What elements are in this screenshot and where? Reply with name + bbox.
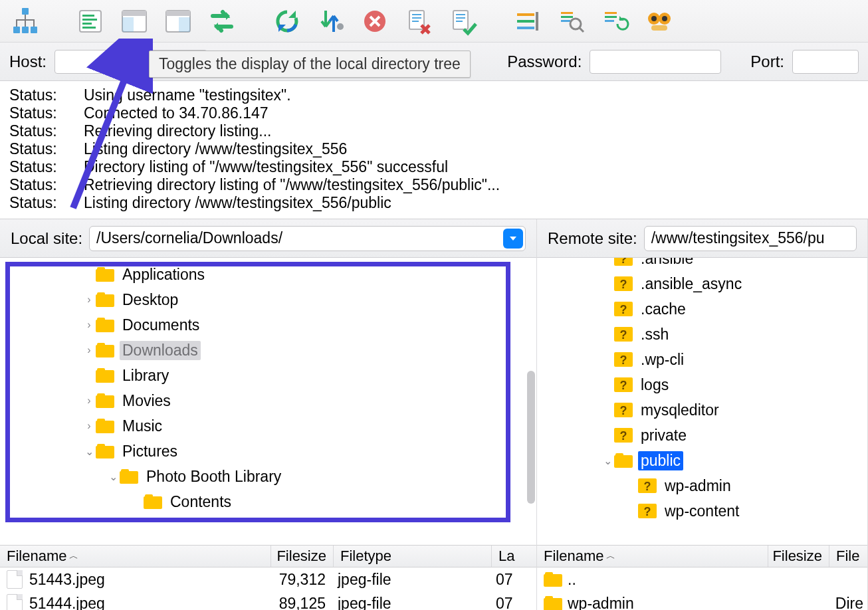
tree-item[interactable]: Library	[0, 363, 536, 388]
expander-icon[interactable]: ⌄	[106, 470, 120, 483]
remote-tree[interactable]: .ansible.ansible_async.cache.ssh.wp-clil…	[537, 258, 867, 545]
tree-item[interactable]: private	[537, 423, 867, 448]
file-extra: Dire	[767, 595, 867, 611]
folder-icon	[120, 469, 138, 484]
col-filesize[interactable]: Filesize	[772, 548, 822, 565]
tree-item[interactable]: mysqleditor	[537, 397, 867, 423]
tree-item[interactable]: ›Desktop	[0, 287, 536, 312]
sort-asc-icon: ︿	[606, 550, 615, 562]
col-filesize[interactable]: Filesize	[276, 548, 326, 565]
col-lastmod[interactable]: La	[498, 548, 514, 565]
file-row[interactable]: wp-admin Dire	[537, 591, 867, 610]
local-file-list[interactable]: 51443.jpeg 79,312 jpeg-file 07 51444.jpe…	[0, 567, 536, 610]
file-row[interactable]: 51443.jpeg 79,312 jpeg-file 07	[0, 567, 536, 591]
tree-item[interactable]: ⌄public	[537, 448, 867, 473]
tree-item[interactable]: Applications	[0, 262, 536, 287]
svg-rect-25	[517, 13, 534, 16]
filter-icon[interactable]	[512, 5, 544, 37]
tree-item[interactable]: .wp-cli	[537, 347, 867, 372]
tree-item[interactable]: logs	[537, 372, 867, 397]
tree-label: Applications	[120, 265, 207, 284]
local-path-input[interactable]	[89, 226, 526, 251]
toggle-local-tree-icon[interactable]	[118, 5, 150, 37]
svg-rect-10	[122, 11, 146, 16]
svg-rect-18	[412, 14, 421, 15]
search-icon[interactable]	[556, 5, 588, 37]
sync-icon[interactable]	[599, 5, 631, 37]
toggle-transfer-queue-icon[interactable]	[206, 5, 238, 37]
svg-rect-4	[80, 11, 101, 32]
expander-icon[interactable]: ›	[82, 294, 96, 306]
svg-rect-2	[22, 27, 29, 33]
process-queue-icon[interactable]	[315, 5, 347, 37]
tree-item[interactable]: .ssh	[537, 322, 867, 347]
tree-item[interactable]: wp-admin	[537, 473, 867, 498]
tree-item[interactable]: .ansible	[537, 258, 867, 271]
svg-rect-0	[22, 8, 29, 15]
col-filename[interactable]: Filename	[544, 548, 603, 565]
toggle-message-log-icon[interactable]	[74, 5, 106, 37]
tree-item[interactable]: ›Downloads	[0, 338, 536, 363]
port-input[interactable]	[792, 50, 859, 74]
tree-item[interactable]: ⌄Pictures	[0, 439, 536, 464]
tree-label: Library	[120, 366, 171, 385]
expander-icon[interactable]: ›	[82, 395, 96, 407]
unknown-folder-icon	[638, 478, 657, 493]
file-type: jpeg-file	[331, 571, 489, 589]
log-label: Status:	[9, 104, 84, 122]
tree-label: Contents	[167, 492, 234, 512]
host-label: Host:	[9, 52, 47, 71]
tree-label: .ansible_async	[638, 274, 744, 294]
svg-rect-34	[605, 16, 617, 18]
folder-icon	[96, 292, 114, 307]
remote-path-input[interactable]	[644, 226, 857, 251]
tree-label: .wp-cli	[638, 350, 687, 369]
tree-label: mysqleditor	[638, 401, 722, 420]
expander-icon[interactable]: ›	[82, 344, 96, 356]
local-site-bar: Local site:	[0, 219, 536, 258]
password-input[interactable]	[590, 50, 721, 74]
file-icon	[7, 570, 23, 589]
file-row[interactable]: ..	[537, 567, 867, 591]
unknown-folder-icon	[614, 258, 633, 266]
refresh-icon[interactable]	[271, 5, 303, 37]
expander-icon[interactable]: ›	[82, 319, 96, 331]
expander-icon[interactable]: ⌄	[82, 445, 96, 458]
unknown-folder-icon	[614, 327, 633, 342]
tree-item[interactable]: wp-content	[537, 498, 867, 524]
disconnect-icon[interactable]	[403, 5, 435, 37]
tree-item[interactable]: .ansible_async	[537, 271, 867, 296]
unknown-folder-icon	[614, 403, 633, 417]
remote-file-list[interactable]: .. wp-admin Dire	[537, 567, 867, 610]
col-filetype[interactable]: Filetype	[340, 548, 391, 565]
local-path-dropdown[interactable]	[503, 229, 523, 249]
log-label: Status:	[9, 194, 84, 212]
expander-icon[interactable]: ⌄	[601, 455, 614, 467]
file-row[interactable]: 51444.jpeg 89,125 jpeg-file 07	[0, 591, 536, 610]
log-label: Status:	[9, 86, 84, 104]
tree-item[interactable]: .cache	[537, 296, 867, 322]
toggle-remote-tree-icon[interactable]	[162, 5, 194, 37]
file-name: ..	[568, 571, 767, 589]
col-filetype[interactable]: File	[836, 548, 859, 565]
toolbar	[0, 0, 868, 43]
remote-file-header[interactable]: Filename︿ Filesize File	[537, 545, 867, 567]
local-tree[interactable]: Applications›Desktop›Documents›Downloads…	[0, 258, 536, 545]
site-manager-icon[interactable]	[9, 5, 41, 37]
folder-icon	[96, 393, 114, 408]
local-file-header[interactable]: Filename︿ Filesize Filetype La	[0, 545, 536, 567]
tree-item[interactable]: ›Music	[0, 413, 536, 439]
tree-item[interactable]: ›Documents	[0, 312, 536, 338]
tree-item[interactable]: Contents	[0, 489, 536, 514]
tree-item[interactable]: ⌄Photo Booth Library	[0, 464, 536, 489]
tree-item[interactable]: ›Movies	[0, 388, 536, 413]
scrollbar[interactable]	[527, 371, 535, 504]
reconnect-icon[interactable]	[447, 5, 479, 37]
expander-icon[interactable]: ›	[82, 420, 96, 432]
svg-rect-26	[517, 20, 534, 23]
compare-icon[interactable]	[643, 5, 675, 37]
cancel-icon[interactable]	[359, 5, 391, 37]
tree-label: .ansible	[638, 258, 696, 268]
svg-point-15	[337, 23, 344, 30]
col-filename[interactable]: Filename	[7, 548, 66, 565]
